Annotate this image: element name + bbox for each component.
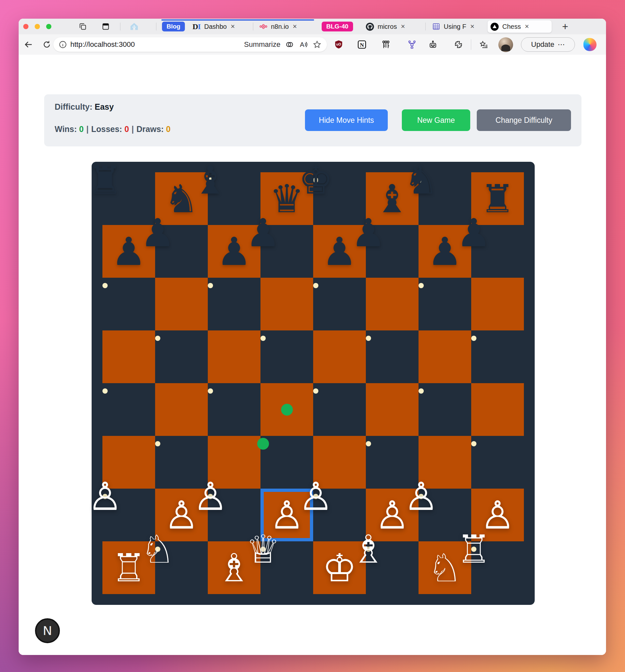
url-bar[interactable]: http://localhost:3000 Summarize A <box>53 37 327 52</box>
change-difficulty-button[interactable]: Change Difficulty <box>477 110 571 131</box>
square-e2[interactable]: ♙ <box>313 494 318 499</box>
square-c6[interactable] <box>208 283 213 288</box>
hide-move-hints-button[interactable]: Hide Move Hints <box>305 110 388 131</box>
square-f3[interactable] <box>366 441 371 446</box>
wins-label: Wins: <box>55 124 77 134</box>
bookmarks-list-icon[interactable] <box>479 39 489 50</box>
ublock-shield-icon[interactable]: uO <box>333 39 344 50</box>
square-f1[interactable]: ♗ <box>366 547 371 552</box>
notion-icon[interactable]: N <box>357 39 367 50</box>
square-e8[interactable]: ♚ <box>313 177 318 183</box>
square-h6[interactable] <box>471 278 524 331</box>
square-h5[interactable] <box>471 336 476 341</box>
square-c4[interactable] <box>208 388 213 394</box>
square-f6[interactable] <box>366 278 419 331</box>
square-d6[interactable] <box>260 278 313 331</box>
menu-dots-icon[interactable]: ⋯ <box>557 40 565 49</box>
square-c8[interactable]: ♝ <box>208 177 213 183</box>
move-hint-dot-d4[interactable] <box>281 404 293 415</box>
summarize-icon[interactable] <box>285 40 294 49</box>
tab-close-icon[interactable]: × <box>231 22 235 31</box>
square-d3[interactable] <box>260 441 266 446</box>
square-b7[interactable]: ♟ <box>155 230 160 236</box>
reload-icon[interactable] <box>42 39 52 50</box>
square-h7[interactable]: ♟ <box>471 230 476 236</box>
square-e6[interactable] <box>313 283 318 288</box>
tab-n8n[interactable]: n8n.io × <box>256 20 299 33</box>
minimize-window-button[interactable] <box>35 24 40 29</box>
square-g8[interactable]: ♞ <box>419 177 424 183</box>
square-a8[interactable]: ♜ <box>102 177 108 183</box>
tab-close-icon[interactable]: × <box>293 22 297 31</box>
extensions-puzzle-icon[interactable] <box>453 39 464 50</box>
square-h4[interactable] <box>471 383 524 436</box>
summarize-label[interactable]: Summarize <box>244 40 280 49</box>
move-hint-dot-d3[interactable] <box>257 438 269 450</box>
square-f7[interactable]: ♟ <box>366 230 371 236</box>
firefox-view-icon[interactable] <box>78 22 87 31</box>
site-info-icon[interactable] <box>58 40 67 49</box>
spreadsheet-icon <box>432 22 441 31</box>
passwords-keys-icon[interactable] <box>380 39 391 50</box>
square-d7[interactable]: ♟ <box>260 230 266 236</box>
square-b3[interactable] <box>155 441 160 446</box>
divider <box>120 23 120 30</box>
workflow-nodes-icon[interactable] <box>407 39 417 50</box>
black-pawn-b7: ♟ <box>141 214 175 252</box>
tab-spreadsheet[interactable]: Using F × <box>429 20 477 33</box>
square-b4[interactable] <box>155 383 208 436</box>
square-b5[interactable] <box>155 336 160 341</box>
square-e5[interactable] <box>313 331 366 383</box>
close-window-button[interactable] <box>23 24 28 29</box>
url-text[interactable]: http://localhost:3000 <box>70 40 135 49</box>
tab-manager-icon[interactable] <box>101 22 110 31</box>
square-a2[interactable]: ♙ <box>102 494 108 499</box>
square-d5[interactable] <box>260 336 266 341</box>
square-h1[interactable]: ♖ <box>471 547 476 552</box>
page-content: Difficulty: Easy Wins: 0|Losses: 0|Draws… <box>19 55 606 655</box>
wins-count: 0 <box>79 124 84 134</box>
tab-close-icon[interactable]: × <box>401 22 405 31</box>
square-b6[interactable] <box>155 278 208 331</box>
tab-group-blg-40[interactable]: BLG-40 <box>322 22 353 31</box>
reader-listen-icon[interactable]: A <box>299 40 308 49</box>
square-a4[interactable] <box>102 388 108 394</box>
chess-board: ♜♞♝♛♚♝♞♜♟♟♟♟♟♟♟♟♙♙♙♙♙♙♙♙♖♘♗♕♔♗♘♖ <box>102 172 524 594</box>
profile-avatar[interactable] <box>498 37 513 52</box>
robot-icon[interactable] <box>428 39 438 50</box>
new-game-button[interactable]: New Game <box>402 110 470 131</box>
square-c5[interactable] <box>208 331 260 383</box>
square-a5[interactable] <box>102 331 155 383</box>
new-tab-button[interactable]: + <box>559 21 571 32</box>
square-g6[interactable] <box>419 283 424 288</box>
tab-group-blog[interactable]: Blog <box>162 22 185 31</box>
nextjs-dev-badge[interactable]: N <box>35 618 60 643</box>
square-d4[interactable] <box>260 383 313 436</box>
tab-dashboard[interactable]: DI Dashbo × <box>190 20 238 33</box>
tab-close-icon[interactable]: × <box>525 22 529 31</box>
square-g4[interactable] <box>419 388 424 394</box>
tab-chess-active[interactable]: Chess × <box>488 20 552 33</box>
square-c2[interactable]: ♙ <box>208 494 213 499</box>
chess-board-frame: ♜♞♝♛♚♝♞♜♟♟♟♟♟♟♟♟♙♙♙♙♙♙♙♙♖♘♗♕♔♗♘♖ <box>92 162 535 605</box>
tab-label: micros <box>378 23 397 30</box>
bookmark-star-icon[interactable] <box>312 40 322 49</box>
square-f5[interactable] <box>366 336 371 341</box>
zoom-window-button[interactable] <box>46 24 51 29</box>
copilot-icon[interactable] <box>583 38 597 51</box>
square-a6[interactable] <box>102 283 108 288</box>
square-g2[interactable]: ♙ <box>419 494 424 499</box>
tab-label: Dashbo <box>204 23 227 30</box>
square-d1[interactable]: ♕ <box>260 547 266 552</box>
update-button[interactable]: Update ⋯ <box>521 37 575 52</box>
square-b1[interactable]: ♘ <box>155 547 160 552</box>
tab-github-microsoft[interactable]: micros × <box>363 20 408 33</box>
square-g5[interactable] <box>419 331 471 383</box>
home-assistant-pinned-tab-icon[interactable] <box>129 22 139 31</box>
back-icon[interactable] <box>23 39 34 50</box>
square-f4[interactable] <box>366 383 419 436</box>
square-h3[interactable] <box>471 441 476 446</box>
tab-close-icon[interactable]: × <box>470 22 474 31</box>
svg-text:uO: uO <box>336 42 341 46</box>
square-e4[interactable] <box>313 388 318 394</box>
